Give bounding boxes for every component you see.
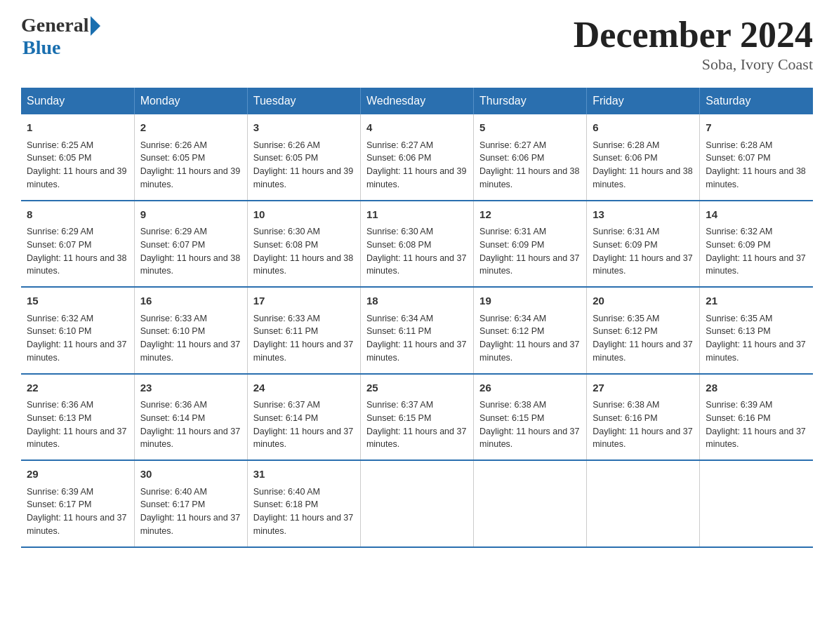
day-info: Sunrise: 6:34 AMSunset: 6:12 PMDaylight:… bbox=[479, 312, 581, 365]
calendar-cell bbox=[700, 460, 813, 547]
calendar-cell: 10Sunrise: 6:30 AMSunset: 6:08 PMDayligh… bbox=[247, 201, 360, 288]
day-info: Sunrise: 6:35 AMSunset: 6:13 PMDaylight:… bbox=[706, 312, 807, 365]
day-number: 1 bbox=[27, 120, 128, 136]
day-info: Sunrise: 6:32 AMSunset: 6:10 PMDaylight:… bbox=[27, 312, 128, 365]
calendar-cell: 21Sunrise: 6:35 AMSunset: 6:13 PMDayligh… bbox=[700, 287, 813, 374]
day-info: Sunrise: 6:33 AMSunset: 6:10 PMDaylight:… bbox=[140, 312, 241, 365]
day-number: 30 bbox=[140, 467, 241, 483]
day-number: 25 bbox=[366, 380, 468, 396]
header-row: SundayMondayTuesdayWednesdayThursdayFrid… bbox=[21, 88, 813, 114]
day-number: 28 bbox=[706, 380, 807, 396]
day-number: 20 bbox=[593, 293, 694, 309]
day-info: Sunrise: 6:32 AMSunset: 6:09 PMDaylight:… bbox=[706, 225, 807, 278]
calendar-cell: 7Sunrise: 6:28 AMSunset: 6:07 PMDaylight… bbox=[700, 114, 813, 201]
day-info: Sunrise: 6:37 AMSunset: 6:15 PMDaylight:… bbox=[366, 398, 468, 451]
calendar-cell: 25Sunrise: 6:37 AMSunset: 6:15 PMDayligh… bbox=[360, 374, 473, 461]
day-info: Sunrise: 6:28 AMSunset: 6:06 PMDaylight:… bbox=[593, 139, 694, 192]
day-info: Sunrise: 6:28 AMSunset: 6:07 PMDaylight:… bbox=[706, 139, 807, 192]
day-info: Sunrise: 6:30 AMSunset: 6:08 PMDaylight:… bbox=[253, 225, 355, 278]
calendar-cell: 16Sunrise: 6:33 AMSunset: 6:10 PMDayligh… bbox=[134, 287, 247, 374]
day-info: Sunrise: 6:38 AMSunset: 6:15 PMDaylight:… bbox=[479, 398, 581, 451]
day-info: Sunrise: 6:29 AMSunset: 6:07 PMDaylight:… bbox=[27, 225, 128, 278]
calendar-cell: 18Sunrise: 6:34 AMSunset: 6:11 PMDayligh… bbox=[360, 287, 473, 374]
day-info: Sunrise: 6:40 AMSunset: 6:18 PMDaylight:… bbox=[253, 485, 355, 538]
logo-blue-text: Blue bbox=[22, 36, 60, 59]
calendar-cell: 4Sunrise: 6:27 AMSunset: 6:06 PMDaylight… bbox=[360, 114, 473, 201]
calendar-cell bbox=[587, 460, 700, 547]
calendar-cell: 14Sunrise: 6:32 AMSunset: 6:09 PMDayligh… bbox=[700, 201, 813, 288]
day-number: 5 bbox=[479, 120, 581, 136]
calendar-week-row: 8Sunrise: 6:29 AMSunset: 6:07 PMDaylight… bbox=[21, 201, 813, 288]
day-info: Sunrise: 6:38 AMSunset: 6:16 PMDaylight:… bbox=[593, 398, 694, 451]
calendar-cell: 15Sunrise: 6:32 AMSunset: 6:10 PMDayligh… bbox=[21, 287, 134, 374]
header-day-tuesday: Tuesday bbox=[247, 88, 360, 114]
day-info: Sunrise: 6:35 AMSunset: 6:12 PMDaylight:… bbox=[593, 312, 694, 365]
calendar-cell: 17Sunrise: 6:33 AMSunset: 6:11 PMDayligh… bbox=[247, 287, 360, 374]
day-number: 26 bbox=[479, 380, 581, 396]
day-info: Sunrise: 6:33 AMSunset: 6:11 PMDaylight:… bbox=[253, 312, 355, 365]
day-number: 7 bbox=[706, 120, 807, 136]
calendar-cell: 8Sunrise: 6:29 AMSunset: 6:07 PMDaylight… bbox=[21, 201, 134, 288]
day-number: 22 bbox=[27, 380, 128, 396]
month-title: December 2024 bbox=[574, 14, 813, 55]
calendar-cell: 31Sunrise: 6:40 AMSunset: 6:18 PMDayligh… bbox=[247, 460, 360, 547]
calendar-cell: 3Sunrise: 6:26 AMSunset: 6:05 PMDaylight… bbox=[247, 114, 360, 201]
day-info: Sunrise: 6:31 AMSunset: 6:09 PMDaylight:… bbox=[593, 225, 694, 278]
header-day-monday: Monday bbox=[134, 88, 247, 114]
calendar-cell: 5Sunrise: 6:27 AMSunset: 6:06 PMDaylight… bbox=[474, 114, 587, 201]
day-info: Sunrise: 6:31 AMSunset: 6:09 PMDaylight:… bbox=[479, 225, 581, 278]
day-number: 8 bbox=[27, 207, 128, 223]
calendar-cell: 28Sunrise: 6:39 AMSunset: 6:16 PMDayligh… bbox=[700, 374, 813, 461]
day-number: 17 bbox=[253, 293, 355, 309]
day-number: 16 bbox=[140, 293, 241, 309]
day-number: 24 bbox=[253, 380, 355, 396]
day-info: Sunrise: 6:26 AMSunset: 6:05 PMDaylight:… bbox=[253, 139, 355, 192]
calendar-cell: 20Sunrise: 6:35 AMSunset: 6:12 PMDayligh… bbox=[587, 287, 700, 374]
day-info: Sunrise: 6:29 AMSunset: 6:07 PMDaylight:… bbox=[140, 225, 241, 278]
calendar-week-row: 15Sunrise: 6:32 AMSunset: 6:10 PMDayligh… bbox=[21, 287, 813, 374]
day-number: 9 bbox=[140, 207, 241, 223]
day-number: 13 bbox=[593, 207, 694, 223]
location: Soba, Ivory Coast bbox=[574, 55, 813, 74]
logo-general-text: General bbox=[21, 14, 88, 36]
day-info: Sunrise: 6:37 AMSunset: 6:14 PMDaylight:… bbox=[253, 398, 355, 451]
day-info: Sunrise: 6:30 AMSunset: 6:08 PMDaylight:… bbox=[366, 225, 468, 278]
day-number: 27 bbox=[593, 380, 694, 396]
day-number: 31 bbox=[253, 467, 355, 483]
day-info: Sunrise: 6:36 AMSunset: 6:14 PMDaylight:… bbox=[140, 398, 241, 451]
day-info: Sunrise: 6:39 AMSunset: 6:17 PMDaylight:… bbox=[27, 485, 128, 538]
calendar-cell: 1Sunrise: 6:25 AMSunset: 6:05 PMDaylight… bbox=[21, 114, 134, 201]
header-day-saturday: Saturday bbox=[700, 88, 813, 114]
calendar-week-row: 1Sunrise: 6:25 AMSunset: 6:05 PMDaylight… bbox=[21, 114, 813, 201]
calendar-cell: 24Sunrise: 6:37 AMSunset: 6:14 PMDayligh… bbox=[247, 374, 360, 461]
day-number: 21 bbox=[706, 293, 807, 309]
day-number: 2 bbox=[140, 120, 241, 136]
header-day-sunday: Sunday bbox=[21, 88, 134, 114]
day-number: 15 bbox=[27, 293, 128, 309]
day-number: 23 bbox=[140, 380, 241, 396]
calendar-week-row: 29Sunrise: 6:39 AMSunset: 6:17 PMDayligh… bbox=[21, 460, 813, 547]
calendar-cell: 22Sunrise: 6:36 AMSunset: 6:13 PMDayligh… bbox=[21, 374, 134, 461]
calendar-cell: 13Sunrise: 6:31 AMSunset: 6:09 PMDayligh… bbox=[587, 201, 700, 288]
calendar-cell: 26Sunrise: 6:38 AMSunset: 6:15 PMDayligh… bbox=[474, 374, 587, 461]
day-info: Sunrise: 6:34 AMSunset: 6:11 PMDaylight:… bbox=[366, 312, 468, 365]
header-day-thursday: Thursday bbox=[474, 88, 587, 114]
day-info: Sunrise: 6:27 AMSunset: 6:06 PMDaylight:… bbox=[366, 139, 468, 192]
header-day-wednesday: Wednesday bbox=[360, 88, 473, 114]
calendar-header: SundayMondayTuesdayWednesdayThursdayFrid… bbox=[21, 88, 813, 114]
day-number: 6 bbox=[593, 120, 694, 136]
day-info: Sunrise: 6:39 AMSunset: 6:16 PMDaylight:… bbox=[706, 398, 807, 451]
day-info: Sunrise: 6:27 AMSunset: 6:06 PMDaylight:… bbox=[479, 139, 581, 192]
calendar-cell bbox=[360, 460, 473, 547]
calendar-cell: 23Sunrise: 6:36 AMSunset: 6:14 PMDayligh… bbox=[134, 374, 247, 461]
calendar-cell: 6Sunrise: 6:28 AMSunset: 6:06 PMDaylight… bbox=[587, 114, 700, 201]
day-number: 14 bbox=[706, 207, 807, 223]
logo-arrow-icon bbox=[91, 16, 100, 36]
logo: General Blue bbox=[21, 14, 100, 59]
header-day-friday: Friday bbox=[587, 88, 700, 114]
calendar-table: SundayMondayTuesdayWednesdayThursdayFrid… bbox=[21, 88, 813, 548]
day-info: Sunrise: 6:25 AMSunset: 6:05 PMDaylight:… bbox=[27, 139, 128, 192]
calendar-cell: 9Sunrise: 6:29 AMSunset: 6:07 PMDaylight… bbox=[134, 201, 247, 288]
day-number: 29 bbox=[27, 467, 128, 483]
calendar-week-row: 22Sunrise: 6:36 AMSunset: 6:13 PMDayligh… bbox=[21, 374, 813, 461]
